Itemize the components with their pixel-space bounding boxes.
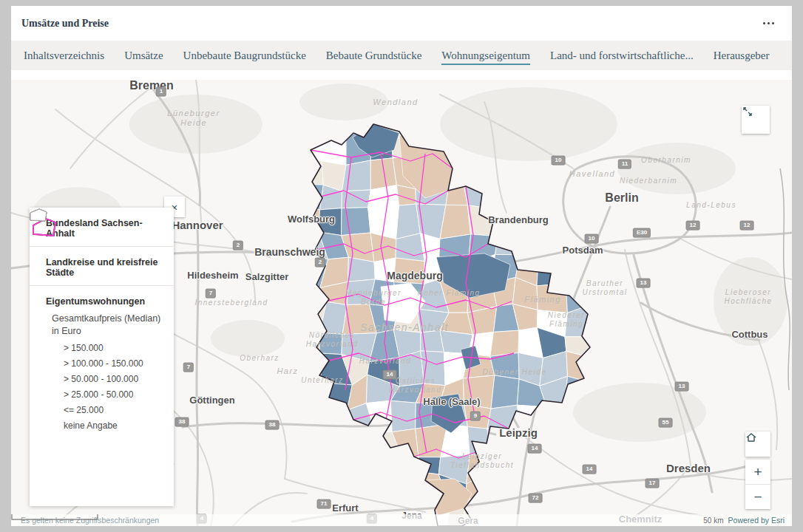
choropleth-municipalities [292, 107, 645, 526]
legend-renderer-title: Eigentumswohnungen [46, 296, 163, 307]
legend-class-label: keine Angabe [64, 420, 118, 431]
page-title: Umsätze und Preise [21, 18, 109, 30]
tab-bar: InhaltsverzeichnisUmsätzeUnbebaute Baugr… [11, 41, 792, 70]
zoom-out-button[interactable]: − [745, 484, 770, 509]
legend-class-label: > 100.000 - 150.000 [64, 358, 143, 369]
tab-wohnungseigentum[interactable]: Wohnungseigentum [441, 50, 530, 62]
legend-class-row: > 25.000 - 50.000 [56, 389, 163, 400]
legend-class-label: > 50.000 - 100.000 [64, 374, 138, 384]
legend-class-row: > 150.000 [56, 343, 163, 353]
scale-bar: 50 km Powered by Esri [703, 516, 792, 525]
attribution-bar: Es gelten keine Zugriffsbeschränkungen 5… [11, 514, 792, 526]
tab-umsätze[interactable]: Umsätze [124, 50, 163, 62]
legend-class-label: > 150.000 [64, 343, 104, 353]
header: Umsätze und Preise [11, 6, 792, 41]
legend-section-renderer: Eigentumswohnungen Gesamtkaufpreis (Medi… [30, 286, 174, 438]
legend-state-title: Bundesland Sachsen-Anhalt [46, 218, 163, 239]
map-canvas[interactable]: BremenHannoverWolfsburgBraunschweigHilde… [11, 80, 792, 526]
tab-land-und-forstwirtschaftliche-[interactable]: Land- und forstwirtschaftliche... [550, 50, 694, 62]
overflow-menu-icon[interactable] [759, 18, 779, 29]
legend-classes: > 150.000> 100.000 - 150.000> 50.000 - 1… [46, 343, 163, 431]
tab-herausgeber[interactable]: Herausgeber [714, 50, 770, 62]
tab-bebaute-grundstücke[interactable]: Bebaute Grundstücke [326, 50, 422, 62]
home-icon [745, 432, 757, 443]
expand-icon [742, 106, 753, 117]
home-button[interactable] [745, 432, 770, 457]
esri-credit[interactable]: Powered by Esri [728, 516, 785, 525]
legend-class-row: <= 25.000 [56, 405, 163, 415]
attribution-text: Es gelten keine Zugriffsbeschränkungen [11, 516, 703, 525]
legend-renderer-subtitle: Gesamtkaufpreis (Median) in Euro [52, 313, 163, 338]
zoom-control: + − [745, 460, 770, 509]
scale-label: 50 km [703, 516, 723, 525]
app-window: Umsätze und Preise InhaltsverzeichnisUms… [11, 6, 792, 526]
legend-class-label: > 25.000 - 50.000 [64, 389, 133, 400]
legend-class-row: > 100.000 - 150.000 [56, 358, 163, 369]
expand-button[interactable] [742, 106, 770, 134]
legend-panel: Bundesland Sachsen-Anhalt Landkreise und… [30, 208, 174, 506]
legend-class-label: <= 25.000 [64, 405, 104, 415]
legend-class-row: keine Angabe [56, 420, 163, 431]
legend-class-row: > 50.000 - 100.000 [56, 374, 163, 384]
legend-section-districts: Landkreise und kreisfreie Städte [30, 247, 174, 286]
tab-inhaltsverzeichnis[interactable]: Inhaltsverzeichnis [24, 50, 104, 62]
scale-line [11, 514, 98, 520]
zoom-in-button[interactable]: + [745, 460, 770, 484]
tab-unbebaute-baugrundstücke[interactable]: Unbebaute Baugrundstücke [183, 50, 306, 62]
legend-districts-title: Landkreise und kreisfreie Städte [46, 257, 163, 278]
